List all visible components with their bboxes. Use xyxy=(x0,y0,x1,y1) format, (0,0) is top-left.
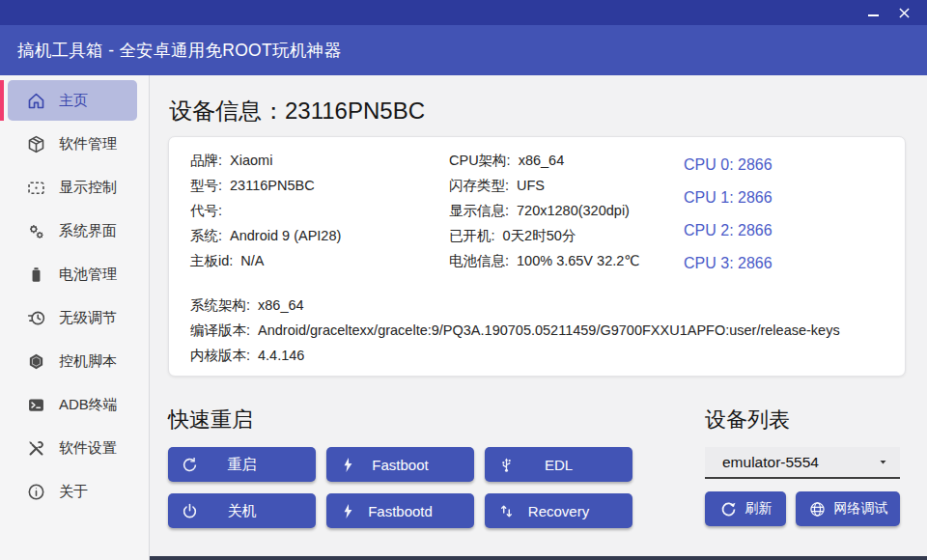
button-label: 网络调试 xyxy=(834,500,888,518)
device-info-label: 设备信息： xyxy=(169,98,285,124)
reboot-button[interactable]: 重启 xyxy=(168,447,316,482)
info-label: CPU架构: xyxy=(449,153,511,168)
device-list-title: 设备列表 xyxy=(705,406,900,434)
sidebar-item-system-ui[interactable]: 系统界面 xyxy=(8,210,137,251)
info-row: 品牌:Xiaomi xyxy=(190,148,449,173)
info-row: 编译版本:Android/graceltexx/gracelte:9/PQ3A.… xyxy=(190,318,884,343)
info-label: 已开机: xyxy=(449,228,495,243)
sidebar-item-label: 无级调节 xyxy=(59,309,117,327)
app-window: 搞机工具箱 - 全安卓通用免ROOT玩机神器 主页软件管理显示控制系统界面电池管… xyxy=(0,0,927,560)
sidebar-item-home[interactable]: 主页 xyxy=(8,80,137,121)
sidebar-item-stepless-adjust[interactable]: 无级调节 xyxy=(8,297,137,338)
sidebar-item-display-control[interactable]: 显示控制 xyxy=(8,167,137,208)
sidebar-nav: 主页软件管理显示控制系统界面电池管理无级调节控机脚本ADB终端软件设置关于 xyxy=(0,75,150,560)
sidebar-item-label: 电池管理 xyxy=(59,266,117,284)
caret-down-icon xyxy=(878,457,888,467)
sidebar-item-label: 显示控制 xyxy=(59,179,117,197)
usb-icon xyxy=(497,456,516,474)
cpu-frequency: CPU 0: 2866 xyxy=(684,150,884,181)
app-title: 搞机工具箱 - 全安卓通用免ROOT玩机神器 xyxy=(17,39,341,62)
fastbootd-button[interactable]: Fastbootd xyxy=(326,493,474,528)
info-label: 显示信息: xyxy=(449,203,509,218)
device-info-panel: 品牌:Xiaomi型号:23116PN5BC代号:系统:Android 9 (A… xyxy=(168,136,906,377)
sidebar-item-app-manager[interactable]: 软件管理 xyxy=(8,124,137,164)
button-label: 刷新 xyxy=(745,500,772,518)
sidebar-item-label: 控机脚本 xyxy=(59,352,117,371)
refresh-button[interactable]: 刷新 xyxy=(705,491,786,526)
page-title: 设备信息：23116PN5BC xyxy=(169,96,927,126)
info-value: 23116PN5BC xyxy=(230,178,315,193)
terminal-icon xyxy=(26,395,46,415)
device-select-value: emulator-5554 xyxy=(722,454,819,471)
sidebar-item-control-script[interactable]: 控机脚本 xyxy=(8,341,137,381)
device-select-dropdown[interactable]: emulator-5554 xyxy=(705,447,900,479)
info-row: 系统架构:x86_64 xyxy=(190,293,884,318)
info-value: Xiaomi xyxy=(230,153,272,168)
close-icon xyxy=(899,8,910,18)
info-row: 内核版本:4.4.146 xyxy=(190,343,884,368)
battery-icon xyxy=(26,265,46,285)
info-row: 已开机:0天2时50分 xyxy=(449,223,684,248)
hexagon-icon xyxy=(26,351,46,372)
cpu-frequency: CPU 1: 2866 xyxy=(684,182,884,213)
globe-icon xyxy=(808,500,827,518)
sidebar-item-label: 主页 xyxy=(59,92,88,110)
app-header: 搞机工具箱 - 全安卓通用免ROOT玩机神器 xyxy=(0,25,927,75)
lightning-icon xyxy=(339,502,357,520)
package-icon xyxy=(26,134,46,154)
info-label: 型号: xyxy=(190,178,222,193)
lightning-icon xyxy=(339,456,357,474)
device-info-middle-column: CPU架构:x86_64闪存类型:UFS显示信息:720x1280(320dpi… xyxy=(449,148,684,279)
info-icon xyxy=(26,482,46,502)
minimize-button[interactable] xyxy=(857,1,888,24)
minimize-icon xyxy=(868,14,879,16)
cpu-frequency: CPU 2: 2866 xyxy=(684,215,884,246)
recovery-button[interactable]: Recovery xyxy=(485,493,632,528)
sidebar-item-label: 关于 xyxy=(59,483,88,501)
info-row: 型号:23116PN5BC xyxy=(190,173,449,198)
info-value: Android/graceltexx/gracelte:9/PQ3A.19070… xyxy=(258,322,840,338)
tools-icon xyxy=(26,438,46,459)
network-debug-button[interactable]: 网络调试 xyxy=(796,491,900,526)
info-label: 系统: xyxy=(190,228,222,243)
edl-button[interactable]: EDL xyxy=(485,447,632,482)
sidebar-item-battery-manager[interactable]: 电池管理 xyxy=(8,254,137,294)
info-value: N/A xyxy=(240,253,264,268)
device-list-buttons: 刷新网络调试 xyxy=(705,491,900,526)
quick-restart-title: 快速重启 xyxy=(168,406,632,434)
info-label: 主板id: xyxy=(190,253,233,268)
main-content: 设备信息：23116PN5BC 品牌:Xiaomi型号:23116PN5BC代号… xyxy=(150,75,927,560)
home-icon xyxy=(26,91,46,111)
shutdown-button[interactable]: 关机 xyxy=(168,493,316,528)
info-value: Android 9 (API28) xyxy=(230,228,341,243)
info-value: 720x1280(320dpi) xyxy=(517,203,630,218)
screen-icon xyxy=(26,178,46,198)
info-label: 闪存类型: xyxy=(449,178,509,193)
sidebar-item-label: 软件管理 xyxy=(59,135,117,154)
sidebar-item-about[interactable]: 关于 xyxy=(8,471,137,512)
close-button[interactable] xyxy=(888,1,919,24)
sidebar-item-label: 系统界面 xyxy=(59,222,117,240)
timer-icon xyxy=(26,308,46,328)
info-value: 0天2时50分 xyxy=(503,228,576,243)
sidebar-item-adb-terminal[interactable]: ADB终端 xyxy=(8,384,137,425)
info-value: 100% 3.65V 32.2℃ xyxy=(517,253,640,268)
info-label: 代号: xyxy=(190,203,222,218)
titlebar xyxy=(0,0,927,25)
quick-restart-section: 快速重启 重启FastbootEDL关机FastbootdRecovery xyxy=(168,406,632,528)
quick-restart-buttons: 重启FastbootEDL关机FastbootdRecovery xyxy=(168,447,632,528)
info-label: 系统架构: xyxy=(190,297,250,313)
info-value: UFS xyxy=(517,178,545,193)
info-row: 显示信息:720x1280(320dpi) xyxy=(449,198,684,223)
info-label: 品牌: xyxy=(190,153,222,168)
power-icon xyxy=(181,502,199,520)
fastboot-button[interactable]: Fastboot xyxy=(326,447,474,482)
info-value: x86_64 xyxy=(519,153,565,168)
device-serial: 23116PN5BC xyxy=(285,98,425,124)
info-value: 4.4.146 xyxy=(258,348,304,363)
info-row: 电池信息:100% 3.65V 32.2℃ xyxy=(449,248,684,273)
restart-icon xyxy=(181,456,199,474)
info-row: 主板id:N/A xyxy=(190,248,449,273)
info-row: 代号: xyxy=(190,198,449,223)
sidebar-item-app-settings[interactable]: 软件设置 xyxy=(8,428,137,468)
